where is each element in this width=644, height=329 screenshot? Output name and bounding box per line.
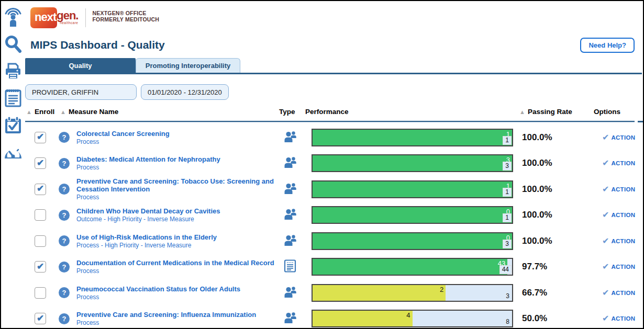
denominator-label: 8 xyxy=(504,318,512,326)
denominator-label: 1 xyxy=(503,213,512,222)
measure-subtype-label: Process xyxy=(76,267,99,275)
performance-bar-fill: 1 xyxy=(313,130,512,145)
measure-name-link[interactable]: Preventive Care and Screening: Influenza… xyxy=(76,311,256,319)
provider-filter[interactable]: PROVIDER, GRIFFIN xyxy=(25,84,137,100)
logo-text-next: next xyxy=(35,10,56,24)
action-label: ACTION xyxy=(611,160,635,166)
scrollbar-dash xyxy=(638,121,643,122)
measure-name-link[interactable]: Children Who Have Dental Decay or Caviti… xyxy=(76,207,220,215)
measure-name-link[interactable]: Colorectal Cancer Screening xyxy=(76,130,170,138)
logo-divider xyxy=(85,8,86,27)
column-measure-name[interactable]: ▲Measure Name xyxy=(60,108,118,116)
action-check-icon: ✔ xyxy=(602,133,609,142)
action-button[interactable]: ✔ ACTION xyxy=(598,314,642,323)
action-button[interactable]: ✔ ACTION xyxy=(598,133,642,142)
enroll-checkbox[interactable]: ✔ xyxy=(35,157,46,169)
notes-icon[interactable] xyxy=(4,87,23,108)
passing-rate-value: 50.0% xyxy=(522,313,547,324)
action-button[interactable]: ✔ ACTION xyxy=(598,289,642,297)
measure-help-icon[interactable]: ? xyxy=(59,313,70,324)
table-row: ✔ ? Preventive Care and Screening: Influ… xyxy=(25,306,642,329)
performance-bar: 2 3 xyxy=(312,284,513,302)
measure-subtype-label: Process xyxy=(76,293,99,301)
sort-asc-icon[interactable]: ▲ xyxy=(26,109,32,115)
enroll-checkbox[interactable]: ✔ xyxy=(35,287,46,299)
denominator-label: 44 xyxy=(499,265,512,274)
measure-name-link[interactable]: Preventive Care and Screening: Tobacco U… xyxy=(76,177,280,193)
people-type-icon xyxy=(283,155,297,171)
tab-quality[interactable]: Quality xyxy=(25,58,136,73)
measure-help-icon[interactable]: ? xyxy=(59,132,70,143)
product-line2: FORMERLY MEDITOUCH xyxy=(92,16,159,22)
numerator-label: 4 xyxy=(406,311,410,319)
column-performance: Performance xyxy=(305,108,349,116)
telehealth-broadcast-icon[interactable] xyxy=(4,5,23,27)
enroll-checkbox[interactable]: ✔ xyxy=(35,313,46,324)
enroll-checkbox[interactable]: ✔ xyxy=(35,235,46,247)
measure-help-icon[interactable]: ? xyxy=(59,262,70,273)
sort-asc-icon[interactable]: ▲ xyxy=(519,109,525,115)
performance-bar-fill: 2 xyxy=(313,285,446,301)
calendar-check-icon[interactable] xyxy=(4,115,23,136)
column-enroll[interactable]: ▲Enroll xyxy=(26,108,54,116)
measure-name-link[interactable]: Documentation of Current Medications in … xyxy=(76,259,274,267)
enroll-checkbox[interactable]: ✔ xyxy=(35,184,46,195)
sort-asc-icon[interactable]: ▲ xyxy=(60,109,66,115)
print-icon[interactable] xyxy=(4,62,23,81)
date-range-filter[interactable]: 01/01/2020 - 12/31/2020 xyxy=(141,84,229,100)
action-check-icon: ✔ xyxy=(602,237,609,245)
action-label: ACTION xyxy=(611,238,635,244)
logo-text-gen: gen. xyxy=(57,10,78,21)
measure-name-link[interactable]: Pneumococcal Vaccination Status for Olde… xyxy=(76,285,240,293)
table-row: ✔ ? Preventive Care and Screening: Tobac… xyxy=(25,176,642,202)
column-passing-rate[interactable]: ▲Passing Rate xyxy=(519,108,572,116)
dashboard-gauge-icon[interactable] xyxy=(3,143,23,162)
action-check-icon: ✔ xyxy=(602,263,609,271)
product-line1: NEXTGEN® OFFICE xyxy=(92,10,159,16)
passing-rate-value: 100.0% xyxy=(522,210,552,220)
table-row: ✔ ? Children Who Have Dental Decay or Ca… xyxy=(25,202,642,229)
need-help-button[interactable]: Need Help? xyxy=(580,38,635,53)
action-label: ACTION xyxy=(611,315,635,322)
people-type-icon xyxy=(283,207,297,223)
measure-name-link[interactable]: Diabetes: Medical Attention for Nephropa… xyxy=(76,155,220,163)
performance-bar-fill: 0 xyxy=(313,207,512,223)
nextgen-logo: next xyxy=(30,7,57,28)
people-type-icon xyxy=(283,130,297,145)
filter-bar: PROVIDER, GRIFFIN 01/01/2020 - 12/31/202… xyxy=(25,84,642,100)
main-content: next gen. healthcare NEXTGEN® OFFICE FOR… xyxy=(25,1,642,328)
measure-help-icon[interactable]: ? xyxy=(59,235,70,246)
performance-bar-fill: 4 xyxy=(313,311,413,326)
action-button[interactable]: ✔ ACTION xyxy=(598,237,642,245)
measure-help-icon[interactable]: ? xyxy=(59,184,70,195)
left-icon-rail xyxy=(1,1,25,328)
search-icon[interactable] xyxy=(4,34,23,55)
people-type-icon xyxy=(283,285,297,301)
denominator-label: 1 xyxy=(503,136,512,145)
measure-help-icon[interactable]: ? xyxy=(59,287,70,298)
enroll-checkbox[interactable]: ✔ xyxy=(35,261,46,273)
tab-bar: Quality Promoting Interoperability xyxy=(25,58,642,73)
action-check-icon: ✔ xyxy=(602,159,609,167)
passing-rate-value: 100.0% xyxy=(522,184,552,195)
measure-help-icon[interactable]: ? xyxy=(59,210,70,221)
action-button[interactable]: ✔ ACTION xyxy=(598,185,642,194)
action-button[interactable]: ✔ ACTION xyxy=(598,159,642,167)
action-button[interactable]: ✔ ACTION xyxy=(598,211,642,219)
measure-name-link[interactable]: Use of High-Risk Medications in the Elde… xyxy=(76,233,217,241)
action-check-icon: ✔ xyxy=(602,314,609,323)
checkbox-check-icon: ✔ xyxy=(37,262,44,271)
enroll-checkbox[interactable]: ✔ xyxy=(35,209,46,221)
passing-rate-value: 100.0% xyxy=(522,132,552,143)
enroll-checkbox[interactable]: ✔ xyxy=(35,132,46,143)
page-title: MIPS Dashboard - Quality xyxy=(30,39,642,51)
checkbox-check-icon: ✔ xyxy=(37,184,44,193)
performance-bar-fill: 0 xyxy=(313,233,512,249)
performance-bar: 1 1 xyxy=(312,180,513,198)
people-type-icon xyxy=(283,311,297,326)
measure-help-icon[interactable]: ? xyxy=(59,158,70,169)
table-row: ✔ ? Diabetes: Medical Attention for Neph… xyxy=(25,151,642,177)
performance-bar: 43 44 xyxy=(312,258,513,276)
action-button[interactable]: ✔ ACTION xyxy=(598,263,642,271)
tab-promoting-interoperability[interactable]: Promoting Interoperability xyxy=(136,58,240,73)
